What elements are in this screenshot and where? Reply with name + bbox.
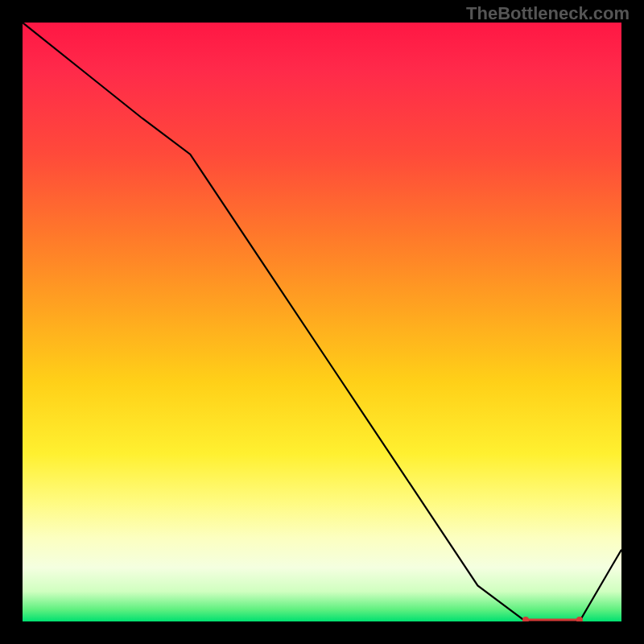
optimal-band-dot-start — [522, 617, 529, 621]
chart-plot-area — [23, 23, 621, 621]
watermark-text: TheBottleneck.com — [466, 3, 630, 24]
optimal-band-group — [522, 617, 583, 621]
chart-curve-svg — [23, 23, 621, 621]
chart-line — [23, 23, 621, 621]
